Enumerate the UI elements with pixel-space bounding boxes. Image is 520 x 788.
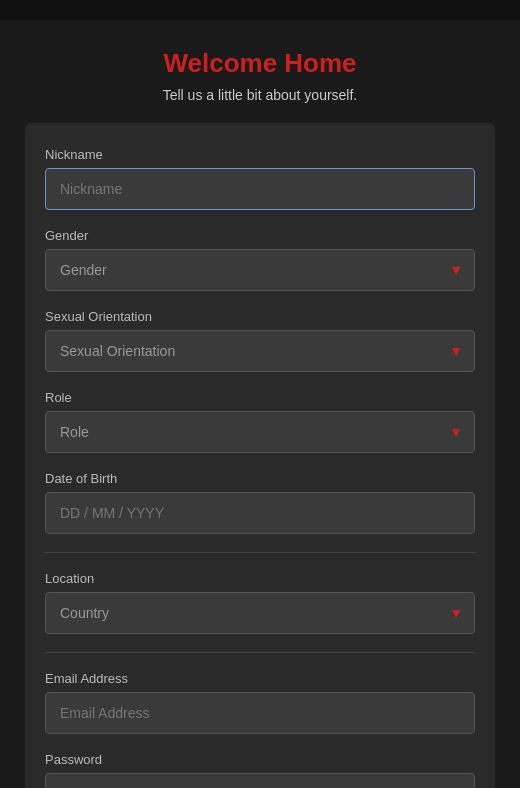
dob-group: Date of Birth (45, 471, 475, 534)
role-select-wrapper: Role Top Bottom Switch Other ▼ (45, 411, 475, 453)
gender-group: Gender Gender Male Female Non-binary Oth… (45, 228, 475, 291)
password-input[interactable] (45, 773, 475, 788)
page-title: Welcome Home (163, 48, 358, 79)
role-label: Role (45, 390, 475, 405)
sexual-orientation-group: Sexual Orientation Sexual Orientation He… (45, 309, 475, 372)
email-label: Email Address (45, 671, 475, 686)
nickname-input[interactable] (45, 168, 475, 210)
password-group: Password (45, 752, 475, 788)
divider-1 (45, 552, 475, 553)
role-select[interactable]: Role Top Bottom Switch Other (45, 411, 475, 453)
sexual-orientation-label: Sexual Orientation (45, 309, 475, 324)
role-group: Role Role Top Bottom Switch Other ▼ (45, 390, 475, 453)
sexual-orientation-select[interactable]: Sexual Orientation Heterosexual Gay Lesb… (45, 330, 475, 372)
page-subtitle: Tell us a little bit about yourself. (163, 87, 358, 103)
sexual-orientation-select-wrapper: Sexual Orientation Heterosexual Gay Lesb… (45, 330, 475, 372)
top-bar (0, 0, 520, 20)
email-group: Email Address (45, 671, 475, 734)
dob-input[interactable] (45, 492, 475, 534)
email-input[interactable] (45, 692, 475, 734)
form-card: Nickname Gender Gender Male Female Non-b… (25, 123, 495, 788)
header: Welcome Home Tell us a little bit about … (143, 20, 378, 123)
dob-label: Date of Birth (45, 471, 475, 486)
divider-2 (45, 652, 475, 653)
password-label: Password (45, 752, 475, 767)
nickname-group: Nickname (45, 147, 475, 210)
location-group: Location Country United States United Ki… (45, 571, 475, 634)
nickname-label: Nickname (45, 147, 475, 162)
country-select-wrapper: Country United States United Kingdom Can… (45, 592, 475, 634)
location-label: Location (45, 571, 475, 586)
gender-select-wrapper: Gender Male Female Non-binary Other Pref… (45, 249, 475, 291)
gender-select[interactable]: Gender Male Female Non-binary Other Pref… (45, 249, 475, 291)
gender-label: Gender (45, 228, 475, 243)
country-select[interactable]: Country United States United Kingdom Can… (45, 592, 475, 634)
